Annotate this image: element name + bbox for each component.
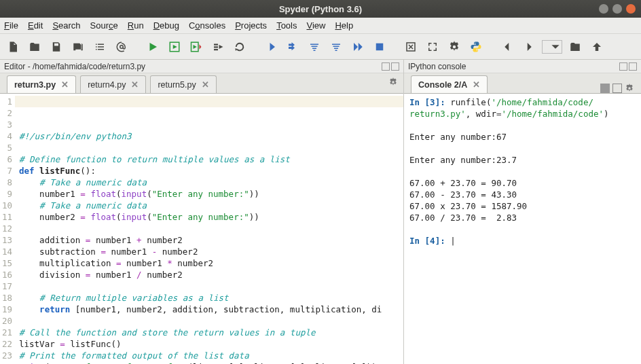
debug-step-icon[interactable] [262,38,280,56]
tab-label: return3.py [14,80,56,90]
editor-path: Editor - /home/fahmida/code/return3.py [4,62,145,71]
menubar: File Edit Search Source Run Debug Consol… [0,18,641,34]
parent-dir-icon[interactable] [588,38,606,56]
tab-options-icon[interactable] [388,77,398,89]
window-title: Spyder (Python 3.6) [279,4,362,14]
console-output[interactable]: In [3]: runfile('/home/fahmida/code/ ret… [404,94,641,364]
menu-file[interactable]: File [4,20,18,31]
back-icon[interactable] [498,38,516,56]
browse-dir-icon[interactable] [566,38,584,56]
debug-stop-icon[interactable] [371,38,388,56]
at-icon[interactable] [113,38,130,56]
editor-title: Editor - /home/fahmida/code/return3.py [0,60,403,73]
console-title-bar: IPython console [404,60,641,73]
debug-step-in-icon[interactable] [306,38,323,56]
close-tab-icon[interactable]: ✕ [202,79,209,90]
console-tab[interactable]: Console 2/A✕ [411,75,488,93]
fullscreen-icon[interactable] [424,38,441,56]
forward-icon[interactable] [520,38,538,56]
close-tab-icon[interactable]: ✕ [61,79,69,90]
save-all-icon[interactable] [69,38,87,56]
stop-kernel-icon[interactable] [600,84,610,93]
maximize-pane-icon[interactable] [402,38,420,56]
window-buttons [599,4,636,14]
minimize-button[interactable] [599,4,608,14]
menu-search[interactable]: Search [52,20,80,31]
pane-close-icon[interactable] [391,62,399,71]
menu-help[interactable]: Help [335,20,353,31]
run-selection-icon[interactable] [209,38,227,56]
list-icon[interactable] [91,38,109,56]
svg-rect-2 [376,43,384,50]
titlebar: Spyder (Python 3.6) [0,0,641,18]
tab-label: Console 2/A [418,80,467,90]
debug-continue-icon[interactable] [349,38,367,56]
save-icon[interactable] [48,38,65,56]
run-cell-icon[interactable] [166,38,183,56]
editor-pane: Editor - /home/fahmida/code/return3.py r… [0,60,404,364]
menu-source[interactable]: Source [90,20,118,31]
menu-view[interactable]: View [306,20,325,31]
code-area[interactable]: #!/usr/bin/env python3# Define function … [15,94,403,364]
close-tab-icon[interactable]: ✕ [131,79,139,90]
menu-projects[interactable]: Projects [235,20,267,31]
tab-return5[interactable]: return5.py✕ [150,75,216,93]
menu-debug[interactable]: Debug [153,20,179,31]
debug-step-over-icon[interactable] [284,38,301,56]
new-file-icon[interactable] [4,38,22,56]
tab-label: return5.py [158,80,196,90]
current-line-highlight [15,96,403,107]
pane-close-icon[interactable] [629,62,637,71]
restart-kernel-icon[interactable] [612,84,622,93]
preferences-icon[interactable] [445,38,463,56]
run-icon[interactable] [144,38,162,56]
console-options-icon[interactable] [625,84,634,93]
console-tabbar: Console 2/A✕ [404,73,641,94]
tab-label: return4.py [88,80,126,90]
open-file-icon[interactable] [26,38,43,56]
cwd-dropdown[interactable] [542,40,562,54]
code-editor[interactable]: 123456789101112131415161718192021222324 … [0,94,403,364]
run-cell-advance-icon[interactable] [187,38,205,56]
rerun-icon[interactable] [231,38,249,56]
menu-consoles[interactable]: Consoles [189,20,225,31]
close-button[interactable] [626,4,636,14]
python-path-icon[interactable] [467,38,485,56]
menu-run[interactable]: Run [128,20,144,31]
debug-step-out-icon[interactable] [327,38,345,56]
console-title: IPython console [408,62,466,71]
pane-undock-icon[interactable] [619,62,627,71]
menu-edit[interactable]: Edit [28,20,43,31]
close-tab-icon[interactable]: ✕ [473,79,480,90]
tab-return4[interactable]: return4.py✕ [80,75,146,93]
pane-undock-icon[interactable] [382,62,390,71]
maximize-button[interactable] [612,4,622,14]
tab-return3[interactable]: return3.py✕ [7,75,76,93]
console-tab-tools [600,84,634,93]
toolbar [0,34,641,60]
line-gutter: 123456789101112131415161718192021222324 [0,94,15,364]
console-pane: IPython console Console 2/A✕ In [3]: run… [404,60,641,364]
editor-tabbar: return3.py✕ return4.py✕ return5.py✕ [0,73,403,94]
menu-tools[interactable]: Tools [276,20,297,31]
